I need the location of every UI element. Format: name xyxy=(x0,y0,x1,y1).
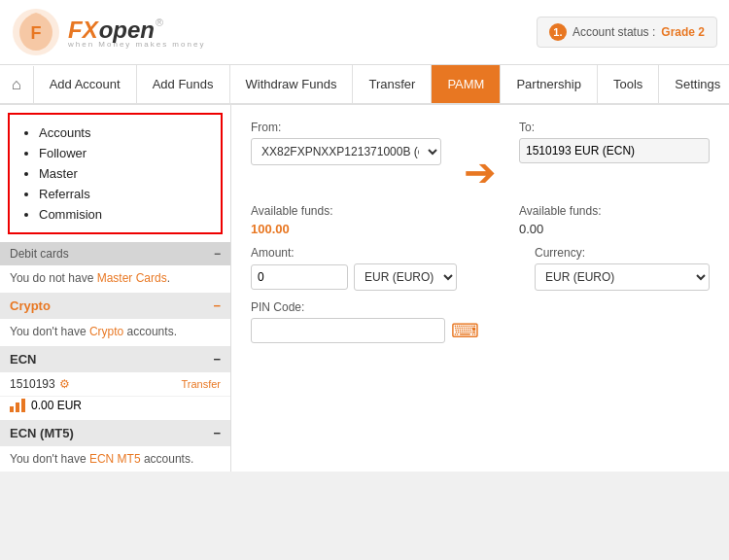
header: F FXopen® when Money makes money 1. Acco… xyxy=(0,0,729,65)
nav-add-account[interactable]: Add Account xyxy=(34,65,137,103)
ecn-account-icon: ⚙ xyxy=(59,377,70,391)
ecn-bar-icon xyxy=(10,399,25,412)
brand-name: FXopen® when Money makes money xyxy=(68,17,205,49)
ecn-mt5-label: ECN (MT5) xyxy=(10,426,74,440)
debit-cards-label: Debit cards xyxy=(10,247,69,261)
menu-item-follower[interactable]: Follower xyxy=(39,143,209,163)
logo-area: F FXopen® when Money makes money xyxy=(12,8,205,56)
amount-label: Amount: xyxy=(251,246,457,260)
ecn-transfer-link[interactable]: Transfer xyxy=(181,378,221,390)
account-status-label: Account status : xyxy=(573,25,655,39)
transfer-form: From: XX82FXPNXXP121371000B (eWallet) ➔ … xyxy=(231,105,729,472)
menu-item-commision[interactable]: Commision xyxy=(39,204,209,225)
crypto-toggle[interactable]: − xyxy=(213,298,221,313)
arrow-col: ➔ xyxy=(451,121,509,194)
amount-currency-select[interactable]: EUR (EURO) xyxy=(354,263,457,291)
ecn-account-id: 1510193 ⚙ xyxy=(10,377,70,391)
ecn-account-row: 1510193 ⚙ Transfer xyxy=(0,372,230,397)
home-button[interactable]: ⌂ xyxy=(0,66,34,103)
pin-input[interactable] xyxy=(251,318,445,343)
crypto-section[interactable]: Crypto − xyxy=(0,293,230,319)
keyboard-icon[interactable]: ⌨ xyxy=(451,319,479,342)
debit-cards-section: Debit cards − xyxy=(0,242,230,265)
no-master-cards-msg: You do not have Master Cards. xyxy=(0,265,230,291)
crypto-label: Crypto xyxy=(10,298,51,313)
currency-label: Currency: xyxy=(535,246,710,260)
to-label: To: xyxy=(519,121,710,134)
available-to-value: 0.00 xyxy=(519,222,710,236)
from-label: From: xyxy=(251,121,441,134)
account-status-number: 1. xyxy=(549,23,567,41)
account-status-box: 1. Account status : Grade 2 xyxy=(537,17,717,48)
debit-cards-toggle[interactable]: − xyxy=(214,247,221,261)
amount-input[interactable] xyxy=(251,264,348,290)
pin-row: PIN Code: ⌨ xyxy=(251,300,710,343)
to-available-col: Available funds: 0.00 xyxy=(519,204,710,236)
ecn-balance-row: 0.00 EUR xyxy=(0,397,230,418)
nav-pamm[interactable]: PAMM xyxy=(432,65,501,103)
ecn-mt5-section[interactable]: ECN (MT5) − xyxy=(0,420,230,446)
available-from-label: Available funds: xyxy=(251,204,441,218)
ecn-label: ECN xyxy=(10,352,36,367)
ecn-section[interactable]: ECN − xyxy=(0,346,230,372)
menu-item-referrals[interactable]: Referrals xyxy=(39,184,209,204)
fxopen-logo: F xyxy=(12,8,60,56)
main-nav: ⌂ Add Account Add Funds Withdraw Funds T… xyxy=(0,65,729,105)
menu-item-master[interactable]: Master xyxy=(39,163,209,184)
ecn-mt5-toggle[interactable]: − xyxy=(213,426,221,440)
left-panel: Accounts Follower Master Referrals Commi… xyxy=(0,105,231,472)
nav-withdraw-funds[interactable]: Withdraw Funds xyxy=(230,65,354,103)
pin-label: PIN Code: xyxy=(251,300,710,314)
main-content: Accounts Follower Master Referrals Commi… xyxy=(0,105,729,472)
from-select[interactable]: XX82FXPNXXP121371000B (eWallet) xyxy=(251,138,441,165)
from-col: From: XX82FXPNXXP121371000B (eWallet) xyxy=(251,121,441,165)
nav-partnership[interactable]: Partnership xyxy=(501,65,597,103)
to-col: To: xyxy=(519,121,710,163)
account-grade: Grade 2 xyxy=(661,25,705,39)
ecn-toggle[interactable]: − xyxy=(213,352,221,367)
no-crypto-msg: You don't have Crypto accounts. xyxy=(0,319,230,344)
available-to-label: Available funds: xyxy=(519,204,710,218)
transfer-arrow-icon: ➔ xyxy=(464,150,497,194)
amount-col: Amount: EUR (EURO) xyxy=(251,246,457,291)
nav-add-funds[interactable]: Add Funds xyxy=(137,65,230,103)
to-input xyxy=(519,138,710,163)
currency-col: Currency: EUR (EURO) xyxy=(535,246,710,291)
menu-item-accounts[interactable]: Accounts xyxy=(39,122,209,143)
nav-transfer[interactable]: Transfer xyxy=(353,65,432,103)
available-from-value: 100.00 xyxy=(251,222,441,236)
currency-select[interactable]: EUR (EURO) xyxy=(535,263,710,291)
nav-settings[interactable]: Settings xyxy=(659,65,729,103)
svg-text:F: F xyxy=(31,23,42,43)
no-ecn-mt5-msg: You don't have ECN MT5 accounts. xyxy=(0,446,230,472)
ecn-balance: 0.00 EUR xyxy=(31,399,82,412)
pamm-dropdown-menu: Accounts Follower Master Referrals Commi… xyxy=(8,113,223,234)
nav-tools[interactable]: Tools xyxy=(598,65,659,103)
from-available-col: Available funds: 100.00 xyxy=(251,204,441,236)
